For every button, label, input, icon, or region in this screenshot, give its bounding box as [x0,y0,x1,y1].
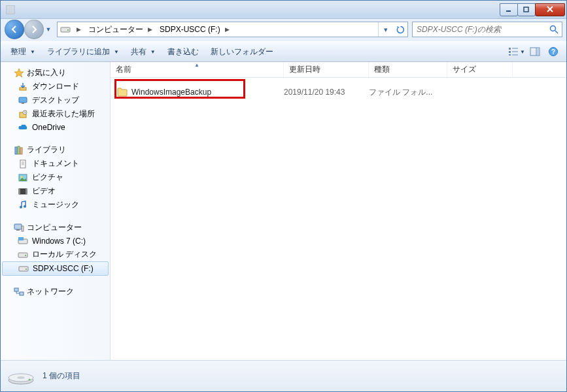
svg-point-46 [26,269,27,270]
file-row[interactable]: WindowsImageBackup 2019/11/20 19:43 ファイル… [111,84,566,100]
svg-rect-26 [20,148,22,154]
favorites-group[interactable]: お気に入り [1,66,110,80]
history-dropdown[interactable]: ▼ [44,20,53,39]
svg-rect-39 [16,229,20,231]
titlebar [1,1,566,19]
command-bar: 整理▼ ライブラリに追加▼ 共有▼ 書き込む 新しいフォルダー ▼ ? [1,41,566,62]
search-input[interactable] [413,25,546,34]
drive-large-icon [7,366,35,387]
add-to-library-menu[interactable]: ライブラリに追加▼ [41,44,125,60]
svg-rect-35 [26,189,27,194]
svg-rect-25 [18,146,20,154]
window-controls [500,3,565,16]
status-count: 1 個の項目 [43,370,80,382]
help-button[interactable]: ? [544,44,562,59]
file-type: ファイル フォル... [369,87,447,98]
svg-rect-24 [15,147,17,154]
sidebar-item-recent[interactable]: 最近表示した場所 [1,107,110,121]
sidebar-item-f-drive[interactable]: SDPX-USCC (F:) [2,261,109,276]
sidebar-item-downloads[interactable]: ダウンロード [1,80,110,93]
column-size[interactable]: サイズ [447,62,513,77]
minimize-button[interactable] [500,3,518,16]
svg-rect-4 [61,27,70,32]
documents-icon [18,159,28,169]
svg-point-6 [551,26,556,31]
share-menu[interactable]: 共有▼ [125,44,162,60]
svg-rect-42 [18,237,24,240]
root-chevron[interactable]: ▶ [73,22,84,37]
breadcrumb-computer[interactable]: コンピューター [84,22,145,37]
computer-icon [14,223,24,233]
status-bar: 1 個の項目 [1,360,566,391]
library-icon [14,145,24,155]
favorites-label: お気に入り [27,67,66,78]
sidebar-item-onedrive[interactable]: OneDrive [1,121,110,134]
svg-rect-48 [20,292,24,295]
svg-rect-16 [537,48,539,55]
svg-rect-8 [509,48,511,50]
svg-line-7 [555,31,558,33]
column-type[interactable]: 種類 [369,62,447,77]
burn-button[interactable]: 書き込む [162,44,205,60]
svg-rect-10 [509,54,511,56]
explorer-body: お気に入り ダウンロード デスクトップ 最近表示した場所 OneDrive ライ… [1,62,566,360]
breadcrumb-drive[interactable]: SDPX-USCC (F:) [156,22,222,37]
network-group[interactable]: ネットワーク [1,285,110,299]
svg-point-37 [24,205,26,208]
column-headers: 名前▲ 更新日時 種類 サイズ [111,62,566,78]
preview-pane-button[interactable] [526,44,544,59]
column-name[interactable]: 名前▲ [111,62,284,77]
search-box[interactable] [412,22,562,37]
refresh-button[interactable] [393,22,407,37]
libraries-group[interactable]: ライブラリ [1,143,110,157]
onedrive-icon [18,122,28,133]
back-button[interactable] [5,20,24,39]
sort-indicator-icon: ▲ [194,62,199,68]
forward-button[interactable] [24,20,44,39]
address-dropdown[interactable]: ▾ [379,22,393,37]
svg-rect-21 [22,103,24,104]
svg-rect-9 [509,51,511,53]
svg-point-52 [29,378,31,380]
downloads-icon [18,82,28,92]
svg-rect-47 [14,288,18,291]
organize-menu[interactable]: 整理▼ [5,44,41,60]
pictures-icon [18,172,28,183]
sidebar-item-pictures[interactable]: ピクチャ [1,171,110,184]
sidebar-item-local-disk[interactable]: ローカル ディスク [1,248,110,261]
svg-rect-40 [22,226,24,231]
breadcrumb-chevron[interactable]: ▶ [222,22,233,37]
music-icon [18,200,28,210]
maximize-button[interactable] [517,3,536,16]
svg-rect-20 [19,97,27,103]
drive-icon [18,263,29,274]
drive-c-icon [18,236,28,246]
network-icon [14,287,24,297]
svg-line-3 [547,7,553,12]
breadcrumb-chevron[interactable]: ▶ [145,22,156,37]
title-blurred-area [6,5,15,14]
column-date[interactable]: 更新日時 [284,62,369,77]
svg-rect-27 [20,160,26,168]
sidebar-item-videos[interactable]: ビデオ [1,184,110,198]
svg-rect-45 [19,267,28,271]
svg-rect-34 [19,189,20,194]
svg-rect-43 [18,253,27,257]
sidebar-item-music[interactable]: ミュージック [1,198,110,212]
recent-icon [18,109,28,120]
sidebar-item-documents[interactable]: ドキュメント [1,157,110,171]
search-icon[interactable] [546,25,562,34]
computer-group[interactable]: コンピューター [1,221,110,235]
view-options-button[interactable]: ▼ [507,44,526,59]
address-bar[interactable]: ▶ コンピューター ▶ SDPX-USCC (F:) ▶ ▾ [57,22,408,37]
svg-point-44 [25,255,26,256]
svg-rect-38 [14,224,22,229]
close-button[interactable] [535,3,565,16]
sidebar-item-desktop[interactable]: デスクトップ [1,93,110,107]
navigation-pane: お気に入り ダウンロード デスクトップ 最近表示した場所 OneDrive ライ… [1,62,111,360]
star-icon [14,68,24,78]
svg-rect-1 [524,7,528,12]
new-folder-button[interactable]: 新しいフォルダー [205,44,279,60]
svg-point-32 [21,176,23,178]
sidebar-item-c-drive[interactable]: Windows 7 (C:) [1,235,110,248]
